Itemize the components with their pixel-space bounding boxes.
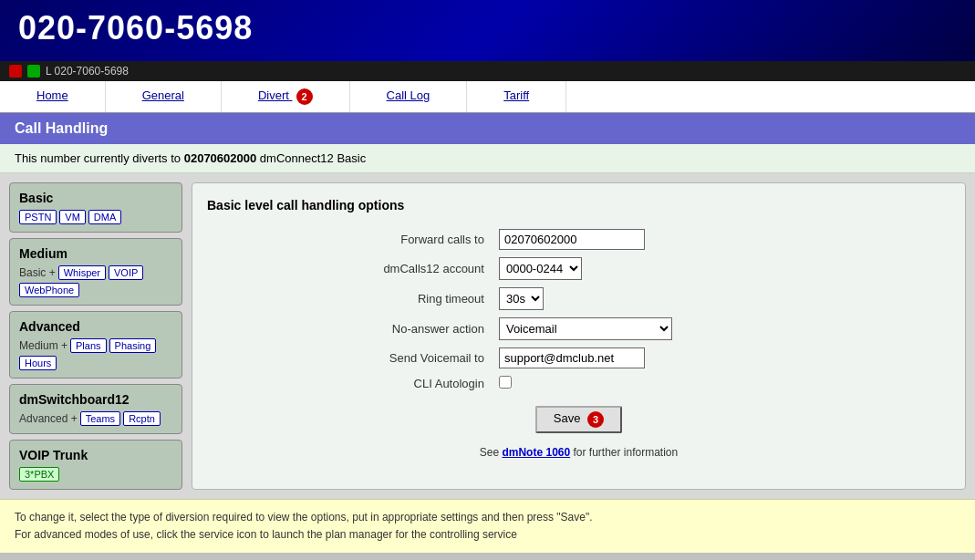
sidebar-voiptrunk-title: VOIP Trunk — [19, 448, 172, 462]
nav-call-log[interactable]: Call Log — [350, 81, 468, 112]
tag-webphone[interactable]: WebPhone — [19, 283, 79, 297]
input-cell-dmcalls: 0000-0244 — [493, 254, 950, 284]
main-container: Call Handling This number currently dive… — [0, 113, 975, 553]
nav-tariff[interactable]: Tariff — [467, 81, 566, 112]
cli-autologin-checkbox[interactable] — [499, 376, 512, 389]
label-cli-autologin: CLI Autologin — [207, 372, 493, 395]
header: 020-7060-5698 — [0, 0, 975, 61]
sidebar-medium-content: Basic + Whisper VOIP WebPhone — [19, 265, 172, 297]
voicemail-to-input[interactable] — [499, 347, 645, 368]
tag-whisper[interactable]: Whisper — [58, 265, 106, 280]
tag-teams[interactable]: Teams — [80, 411, 120, 426]
input-cell-cli-autologin — [493, 372, 950, 395]
tag-vm[interactable]: VM — [59, 210, 86, 224]
right-panel: Basic level call handling options Forwar… — [192, 182, 966, 490]
label-no-answer: No-answer action — [207, 314, 493, 344]
sidebar-dmswitchboard-content: Advanced + Teams Rcptn — [19, 411, 172, 426]
info-link-area: See dmNote 1060 for further information — [207, 441, 950, 459]
status-number: L 020-7060-5698 — [46, 65, 129, 78]
tag-3pbx[interactable]: 3*PBX — [19, 467, 59, 482]
sidebar-section-dmswitchboard[interactable]: dmSwitchboard12 Advanced + Teams Rcptn — [9, 384, 182, 434]
form-row-voicemail-to: Send Voicemail to — [207, 344, 950, 372]
input-cell-forward-calls — [493, 225, 950, 254]
bottom-info-line-2: For advanced modes of use, click the ser… — [15, 526, 960, 544]
tag-hours[interactable]: Hours — [19, 356, 57, 370]
tag-voip[interactable]: VOIP — [109, 265, 143, 280]
content-area: Basic PSTN VM DMA Medium Basic + Whisper… — [0, 173, 975, 499]
sidebar-voiptrunk-content: 3*PBX — [19, 467, 172, 482]
dmNote-link[interactable]: dmNote 1060 — [502, 446, 570, 459]
form-row-forward-calls: Forward calls to — [207, 225, 950, 254]
nav-home[interactable]: Home — [0, 81, 106, 112]
label-ring-timeout: Ring timeout — [207, 284, 493, 314]
navigation: Home General Divert 2 Call Log Tariff — [0, 81, 975, 113]
sidebar-medium-title: Medium — [19, 246, 172, 261]
tag-rcptn[interactable]: Rcptn — [123, 411, 161, 426]
label-forward-calls: Forward calls to — [207, 225, 493, 254]
save-row: Save 3 — [207, 395, 950, 441]
status-dot-green — [27, 65, 40, 78]
save-button[interactable]: Save 3 — [535, 406, 622, 433]
sidebar-basic-content: PSTN VM DMA — [19, 210, 172, 224]
tag-phasing[interactable]: Phasing — [109, 338, 157, 353]
ring-timeout-select[interactable]: 30s — [499, 287, 544, 310]
sidebar-section-medium[interactable]: Medium Basic + Whisper VOIP WebPhone — [9, 238, 182, 306]
nav-divert[interactable]: Divert 2 — [222, 81, 350, 112]
bottom-info-line-1: To change it, select the type of diversi… — [15, 509, 960, 526]
divert-info-bar: This number currently diverts to 0207060… — [0, 144, 975, 173]
forward-calls-input[interactable] — [499, 229, 645, 250]
save-badge: 3 — [587, 411, 604, 428]
sidebar-section-basic[interactable]: Basic PSTN VM DMA — [9, 182, 182, 233]
label-dmcalls: dmCalls12 account — [207, 254, 493, 284]
form-row-dmcalls: dmCalls12 account 0000-0244 — [207, 254, 950, 284]
dmcalls-select[interactable]: 0000-0244 — [499, 257, 582, 280]
tag-dma[interactable]: DMA — [88, 210, 121, 224]
sidebar-section-advanced[interactable]: Advanced Medium + Plans Phasing Hours — [9, 311, 182, 379]
form-row-ring-timeout: Ring timeout 30s — [207, 284, 950, 314]
sidebar-advanced-content: Medium + Plans Phasing Hours — [19, 338, 172, 370]
no-answer-select[interactable]: Voicemail — [499, 317, 672, 340]
divert-badge: 2 — [296, 88, 313, 105]
sidebar-advanced-title: Advanced — [19, 319, 172, 334]
input-cell-voicemail-to — [493, 344, 950, 372]
form-row-no-answer: No-answer action Voicemail — [207, 314, 950, 344]
sidebar: Basic PSTN VM DMA Medium Basic + Whisper… — [9, 182, 182, 490]
sidebar-basic-title: Basic — [19, 191, 172, 205]
sidebar-section-voiptrunk[interactable]: VOIP Trunk 3*PBX — [9, 440, 182, 490]
input-cell-ring-timeout: 30s — [493, 284, 950, 314]
header-phone-number: 020-7060-5698 — [18, 9, 957, 47]
status-bar: L 020-7060-5698 — [0, 61, 975, 81]
status-dot-red — [9, 65, 22, 78]
call-handling-header: Call Handling — [0, 113, 975, 144]
sidebar-dmswitchboard-title: dmSwitchboard12 — [19, 392, 172, 407]
panel-title: Basic level call handling options — [207, 198, 950, 213]
divert-number: 02070602000 — [184, 151, 257, 165]
tag-pstn[interactable]: PSTN — [19, 210, 57, 224]
form-table: Forward calls to dmCalls12 account 0000-… — [207, 225, 950, 395]
input-cell-no-answer: Voicemail — [493, 314, 950, 344]
label-voicemail-to: Send Voicemail to — [207, 344, 493, 372]
form-row-cli-autologin: CLI Autologin — [207, 372, 950, 395]
divert-plan: dmConnect12 Basic — [260, 151, 366, 165]
tag-plans[interactable]: Plans — [70, 338, 107, 353]
bottom-info: To change it, select the type of diversi… — [0, 499, 975, 553]
nav-general[interactable]: General — [106, 81, 222, 112]
